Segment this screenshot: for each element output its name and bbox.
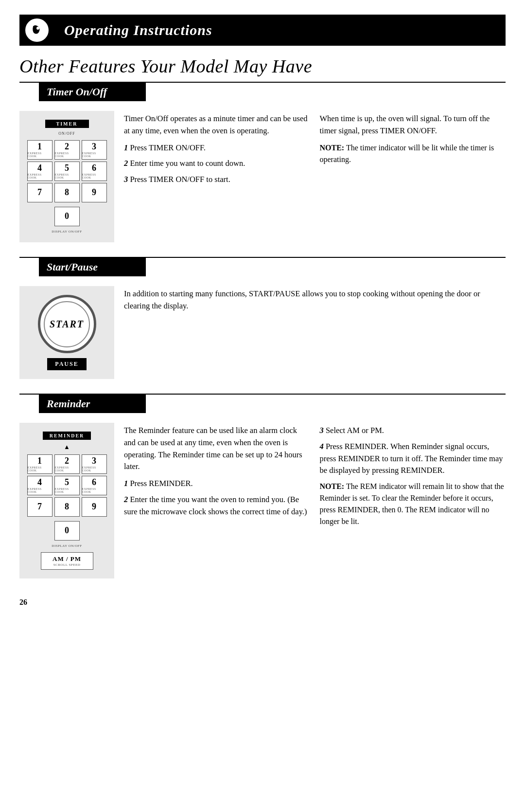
reminder-keypad-zero-row: 0	[54, 521, 80, 541]
key-1: 1EXPRESS COOK	[27, 140, 52, 160]
timer-step-2: 2 Enter time you want to count down.	[124, 158, 310, 170]
am-pm-label: AM / PM	[52, 555, 81, 563]
r-key-0: 0	[54, 521, 80, 541]
key-6: 6EXPRESS COOK	[82, 162, 107, 181]
reminder-keypad-grid: 1EXPRESS COOK 2EXPRESS COOK 3EXPRESS COO…	[27, 454, 107, 517]
r-key-3: 3EXPRESS COOK	[82, 454, 107, 474]
start-inner: START	[44, 301, 90, 347]
header-title: Operating Instructions	[54, 15, 222, 46]
reminder-step-4: 4 Press REMINDER. When Reminder signal o…	[320, 441, 506, 477]
am-pm-sub-label: SCROLL SPEED	[53, 563, 81, 567]
reminder-col2: 3 Select AM or PM. 4 Press REMINDER. Whe…	[320, 423, 506, 578]
reminder-note: NOTE: The REM indicator will remain lit …	[320, 481, 506, 527]
reminder-arrow-icon: ▲	[64, 443, 70, 451]
reminder-section-header: Reminder	[39, 395, 146, 413]
page-header: Operating Instructions	[19, 15, 506, 46]
timer-bottom-label: DISPLAY ON/OFF	[52, 230, 82, 234]
r-key-7: 7	[27, 497, 52, 517]
page-number: 26	[19, 598, 27, 606]
page-title: Other Features Your Model May Have	[19, 55, 506, 77]
reminder-bottom-label: DISPLAY ON/OFF	[52, 544, 82, 548]
brand-icon	[25, 18, 49, 42]
timer-col2: When time is up, the oven will signal. T…	[320, 111, 506, 242]
r-key-6: 6EXPRESS COOK	[82, 476, 107, 495]
start-outer-ring: START	[38, 295, 96, 353]
pause-bar: PAUSE	[47, 358, 86, 370]
start-text-label: START	[50, 319, 84, 330]
r-key-9: 9	[82, 497, 107, 517]
timer-step-3: 3 Press TIMER ON/OFF to start.	[124, 174, 310, 186]
r-key-5: 5EXPRESS COOK	[54, 476, 80, 495]
r-key-1: 1EXPRESS COOK	[27, 454, 52, 474]
timer-note: NOTE: The timer indicator will be lit wh…	[320, 142, 506, 165]
timer-section-row: TIMER ON/OFF 1EXPRESS COOK 2EXPRESS COOK…	[19, 101, 506, 257]
timer-section-header: Timer On/Off	[39, 83, 146, 101]
key-8: 8	[54, 183, 80, 202]
timer-keypad-zero-row: 0	[54, 207, 80, 226]
reminder-keypad-top-label: REMINDER	[43, 432, 91, 440]
timer-intro: Timer On/Off operates as a minute timer …	[124, 113, 310, 137]
footer: 26	[19, 598, 506, 607]
reminder-keypad-panel: REMINDER ▲ 1EXPRESS COOK 2EXPRESS COOK 3…	[19, 423, 114, 578]
key-9: 9	[82, 183, 107, 202]
am-pm-key: AM / PM SCROLL SPEED	[41, 552, 93, 570]
key-3: 3EXPRESS COOK	[82, 140, 107, 160]
r-key-4: 4EXPRESS COOK	[27, 476, 52, 495]
timer-keypad-sublabel: ON/OFF	[58, 131, 75, 136]
svg-point-1	[36, 27, 39, 30]
timer-keypad-panel: TIMER ON/OFF 1EXPRESS COOK 2EXPRESS COOK…	[19, 111, 114, 242]
timer-step-1: 1 Press TIMER ON/OFF.	[124, 142, 310, 154]
r-key-2: 2EXPRESS COOK	[54, 454, 80, 474]
timer-col1: Timer On/Off operates as a minute timer …	[124, 111, 310, 242]
startpause-col1: In addition to starting many functions, …	[124, 286, 506, 379]
reminder-col1: The Reminder feature can be used like an…	[124, 423, 310, 578]
startpause-text: In addition to starting many functions, …	[124, 288, 506, 312]
timer-col2-intro: When time is up, the oven will signal. T…	[320, 113, 506, 137]
reminder-step-2: 2 Enter the time you want the oven to re…	[124, 494, 310, 518]
startpause-section-header: Start/Pause	[39, 258, 146, 276]
startpause-section-row: START PAUSE In addition to starting many…	[19, 276, 506, 394]
reminder-step-1: 1 Press REMINDER.	[124, 478, 310, 490]
key-5: 5EXPRESS COOK	[54, 162, 80, 181]
reminder-section-row: REMINDER ▲ 1EXPRESS COOK 2EXPRESS COOK 3…	[19, 413, 506, 593]
r-key-8: 8	[54, 497, 80, 517]
reminder-intro: The Reminder feature can be used like an…	[124, 425, 310, 473]
key-2: 2EXPRESS COOK	[54, 140, 80, 160]
header-icon-container	[19, 15, 54, 46]
key-4: 4EXPRESS COOK	[27, 162, 52, 181]
start-panel: START PAUSE	[19, 286, 114, 379]
key-7: 7	[27, 183, 52, 202]
timer-keypad-top-label: TIMER	[45, 120, 89, 128]
timer-keypad-grid: 1EXPRESS COOK 2EXPRESS COOK 3EXPRESS COO…	[27, 140, 107, 202]
key-0: 0	[54, 207, 80, 226]
reminder-step-3: 3 Select AM or PM.	[320, 425, 506, 437]
